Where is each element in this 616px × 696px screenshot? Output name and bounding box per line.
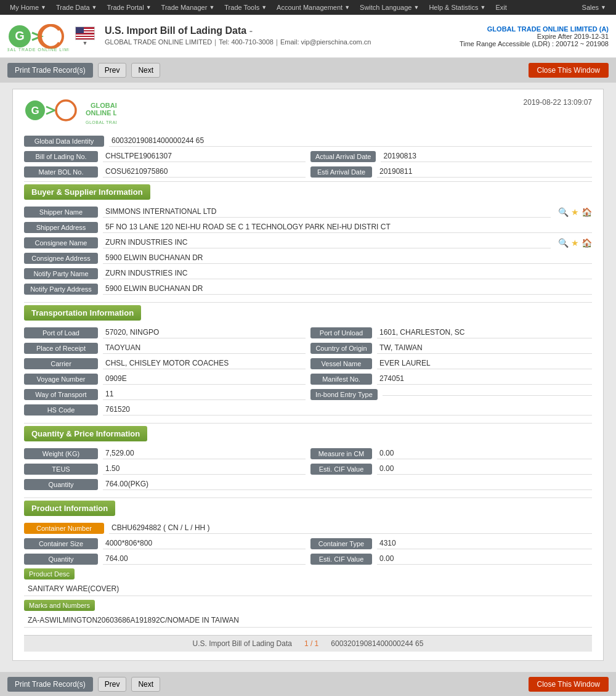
nav-trade-manager[interactable]: Trade Manager ▼ <box>156 0 220 15</box>
port-of-unload-label: Port of Unload <box>310 327 372 338</box>
ldr-range: Time Range Accessible (LDR) : 200712 ~ 2… <box>460 40 609 47</box>
search-icon[interactable]: 🔍 <box>558 207 569 217</box>
record-logo: G GLOBAL TRADE ONLINE LIMITED GLOBAL TRA… <box>24 98 116 128</box>
carrier-label: Carrier <box>24 358 98 369</box>
manifest-no-value: 274051 <box>377 373 592 385</box>
manifest-no-label: Manifest No. <box>310 374 372 385</box>
nav-help-statistics[interactable]: Help & Statistics ▼ <box>424 0 490 15</box>
nav-sales[interactable]: Sales ▼ <box>577 0 611 15</box>
bottom-print-button[interactable]: Print Trade Record(s) <box>7 677 93 692</box>
container-type-value: 4310 <box>377 538 592 549</box>
hs-code-value: 761520 <box>103 404 592 416</box>
shipper-address-value: 5F NO 13 LANE 120 NEI-HU ROAD SE C 1 TEC… <box>103 221 592 233</box>
global-data-identity-value: 60032019081400000244 65 <box>109 135 592 147</box>
actual-arrival-field: Actual Arrival Date 20190813 <box>310 150 592 162</box>
next-button[interactable]: Next <box>131 63 160 78</box>
bill-of-lading-label: Bill of Lading No. <box>24 151 98 162</box>
container-size-value: 4000*806*800 <box>103 538 306 549</box>
esti-cif-value-value: 0.00 <box>377 463 592 475</box>
bottom-next-button[interactable]: Next <box>131 677 160 692</box>
marks-label: Marks and Numbers <box>24 600 95 611</box>
company-name: GLOBAL TRADE ONLINE LIMITED (A) <box>460 25 609 33</box>
star-icon[interactable]: ★ <box>571 238 579 248</box>
product-qty-cif-row: Quantity 764.00 Esti. CIF Value 0.00 <box>24 553 592 565</box>
receipt-origin-row: Place of Receipt TAOYUAN Country of Orig… <box>24 342 592 354</box>
top-navigation: My Home ▼ Trade Data ▼ Trade Portal ▼ Tr… <box>0 0 616 15</box>
print-button[interactable]: Print Trade Record(s) <box>7 63 93 78</box>
country-of-origin-value: TW, TAIWAN <box>377 342 592 354</box>
record-timestamp: 2019-08-22 13:09:07 <box>524 98 592 107</box>
actual-arrival-label: Actual Arrival Date <box>310 151 376 162</box>
voyage-number-label: Voyage Number <box>24 374 98 385</box>
header-subtitle: GLOBAL TRADE ONLINE LIMITED｜Tel: 400-710… <box>105 38 371 47</box>
svg-text:GLOBAL TRADE ONLINE LIMITED: GLOBAL TRADE ONLINE LIMITED <box>7 47 69 52</box>
nav-trade-portal[interactable]: Trade Portal ▼ <box>102 0 156 15</box>
nav-my-home[interactable]: My Home ▼ <box>5 0 51 15</box>
shipper-name-icons: 🔍 ★ 🏠 <box>558 207 592 217</box>
voyage-manifest-row: Voyage Number 0909E Manifest No. 274051 <box>24 373 592 385</box>
svg-text:GLOBAL TRADE ONLINE LIMITED: GLOBAL TRADE ONLINE LIMITED <box>86 120 116 125</box>
port-row: Port of Load 57020, NINGPO Port of Unloa… <box>24 327 592 338</box>
teus-value: 1.50 <box>103 463 306 475</box>
bottom-prev-button[interactable]: Prev <box>98 677 127 692</box>
product-desc-label: Product Desc <box>24 568 75 579</box>
prev-button[interactable]: Prev <box>98 63 127 78</box>
chevron-down-icon: ▼ <box>146 4 152 10</box>
measure-in-cm-label: Measure in CM <box>310 448 372 459</box>
star-icon[interactable]: ★ <box>571 207 579 217</box>
chevron-down-icon: ▼ <box>92 4 97 10</box>
quantity-price-section: Quantity & Price Information Weight (KG)… <box>24 426 592 490</box>
close-button[interactable]: Close This Window <box>529 63 609 78</box>
record-card: G GLOBAL TRADE ONLINE LIMITED GLOBAL TRA… <box>12 89 604 661</box>
svg-point-2 <box>41 25 63 47</box>
place-of-receipt-value: TAOYUAN <box>103 342 306 354</box>
shipper-address-row: Shipper Address 5F NO 13 LANE 120 NEI-HU… <box>24 221 592 233</box>
nav-account-management[interactable]: Account Management ▼ <box>272 0 355 15</box>
nav-trade-data[interactable]: Trade Data ▼ <box>51 0 102 15</box>
consignee-name-row: Consignee Name ZURN INDUSTRIES INC 🔍 ★ 🏠 <box>24 237 592 248</box>
weight-measure-row: Weight (KG) 7,529.00 Measure in CM 0.00 <box>24 448 592 459</box>
pagination-current: 1 / 1 <box>304 639 318 648</box>
expire-date: Expire After 2019-12-31 <box>460 33 609 40</box>
nav-switch-language[interactable]: Switch Language ▼ <box>355 0 424 15</box>
vessel-name-value: EVER LAUREL <box>377 358 592 369</box>
mater-bol-field: Mater BOL No. COSU6210975860 <box>24 166 306 178</box>
container-size-label: Container Size <box>24 538 98 549</box>
actual-arrival-value: 20190813 <box>381 150 592 162</box>
container-number-row: Container Number CBHU6294882 ( CN / L / … <box>24 522 592 534</box>
svg-text:GLOBAL TRADE: GLOBAL TRADE <box>91 102 116 109</box>
nav-exit[interactable]: Exit <box>490 0 511 15</box>
notify-party-name-row: Notify Party Name ZURN INDUSTRIES INC <box>24 268 592 279</box>
hs-code-row: HS Code 761520 <box>24 404 592 416</box>
shipper-name-label: Shipper Name <box>24 207 98 218</box>
port-of-load-value: 57020, NINGPO <box>103 327 306 338</box>
transportation-section: Transportation Information Port of Load … <box>24 305 592 416</box>
container-size-type-row: Container Size 4000*806*800 Container Ty… <box>24 538 592 549</box>
consignee-name-icons: 🔍 ★ 🏠 <box>558 238 592 248</box>
home-icon[interactable]: 🏠 <box>582 238 592 248</box>
nav-trade-tools[interactable]: Trade Tools ▼ <box>219 0 272 15</box>
header-right: GLOBAL TRADE ONLINE LIMITED (A) Expire A… <box>460 25 609 47</box>
search-icon[interactable]: 🔍 <box>558 238 569 248</box>
bol-field: Bill of Lading No. CHSLTPE19061307 <box>24 150 306 162</box>
voyage-number-value: 0909E <box>103 373 306 385</box>
pagination-record-id: 60032019081400000244 65 <box>331 639 423 648</box>
bill-of-lading-value: CHSLTPE19061307 <box>103 150 306 162</box>
esti-cif-value-label: Esti. CIF Value <box>310 464 372 475</box>
svg-point-6 <box>56 100 76 120</box>
chevron-down-icon: ▼ <box>209 4 214 10</box>
global-data-identity-row: Global Data Identity 6003201908140000024… <box>24 135 592 147</box>
shipper-address-label: Shipper Address <box>24 222 98 233</box>
teus-cif-row: TEUS 1.50 Esti. CIF Value 0.00 <box>24 463 592 475</box>
pagination-record-label: U.S. Import Bill of Lading Data <box>193 639 292 648</box>
home-icon[interactable]: 🏠 <box>582 207 592 217</box>
bol-arrival-row: Bill of Lading No. CHSLTPE19061307 Actua… <box>24 150 592 162</box>
notify-party-address-value: 5900 ELWIN BUCHANAN DR <box>103 283 592 295</box>
place-of-receipt-label: Place of Receipt <box>24 343 98 354</box>
chevron-down-icon: ▼ <box>261 4 267 10</box>
bottom-close-button[interactable]: Close This Window <box>529 677 609 692</box>
mater-bol-row: Mater BOL No. COSU6210975860 Esti Arriva… <box>24 166 592 178</box>
country-of-origin-label: Country of Origin <box>310 343 372 354</box>
esti-arrival-label: Esti Arrival Date <box>310 166 372 178</box>
svg-text:G: G <box>15 29 25 43</box>
